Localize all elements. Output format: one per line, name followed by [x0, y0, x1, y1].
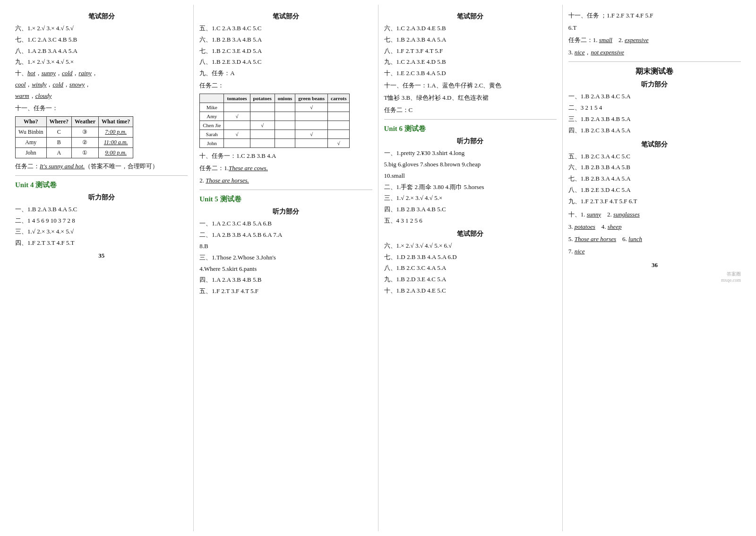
- col3-task11-label: 十一、任务一：1.A、蓝色牛仔裤 2.C、黄色: [384, 80, 557, 91]
- col3-l6: 四、1.B 2.B 3.A 4.B 5.C: [384, 205, 557, 215]
- col3-w1: 六、1.× 2.√ 3.√ 4.√ 5.× 6.√: [384, 241, 557, 251]
- col4-t10-a7: nice: [575, 248, 585, 255]
- col4-t10-a6: lunch: [628, 235, 642, 242]
- col1-row2-c3: ②: [71, 137, 98, 147]
- col2-mission2-label: 2.: [199, 177, 204, 184]
- table-row: Chen Jie √: [200, 121, 350, 130]
- col4-answer3: nice: [575, 49, 585, 56]
- col2-veg-table: tomatoes potatoes onions green beans car…: [199, 94, 350, 148]
- col4-l1: 一、1.B 2.A 3.B 4.C 5.A: [568, 92, 741, 102]
- col2-divider: [199, 190, 372, 190]
- veg-r5c4: [295, 139, 328, 148]
- col2-task2-label: 任务二：: [199, 80, 372, 91]
- col1-row2-time: 11:00 a.m.: [104, 139, 128, 146]
- col3-w5: 十、1.B 2.A 3.D 4.E 5.C: [384, 286, 557, 296]
- veg-r4c3: [275, 130, 295, 139]
- col4-t10-a5: Those are horses: [575, 235, 616, 242]
- table-row: Amy B ② 11:00 a.m.: [16, 137, 133, 147]
- veg-r4c5: [328, 130, 350, 139]
- col1-row1-c4: 7:00 p.m.: [98, 127, 133, 137]
- col4-answer2: expensive: [625, 36, 649, 43]
- col1-l4: 四、1.F 2.T 3.T 4.F 5.T: [15, 238, 188, 248]
- veg-r1c0: Mike: [200, 103, 224, 112]
- col2-listen-section: 听力部分: [199, 207, 372, 216]
- veg-r3c1: [224, 121, 250, 130]
- col1-row3-c1: John: [16, 147, 47, 158]
- col4-task11-line2: 6.T: [568, 23, 741, 33]
- veg-h1: tomatoes: [224, 94, 250, 103]
- col2-l1: 一、1.A 2.C 3.C 4.B 5.A 6.B: [199, 219, 372, 229]
- col4-w2: 六、1.B 2.B 3.B 4.A 5.B: [568, 163, 741, 173]
- veg-r1c5: [328, 103, 350, 112]
- col1-ans7: warm，cloudy: [15, 91, 188, 101]
- col1-schedule-table: Who? Where? Weather What time? Wu Binbin…: [15, 116, 133, 158]
- col3-a5: 十、1.E 2.C 3.B 4.A 5.D: [384, 69, 557, 78]
- table-row: John √: [200, 139, 350, 148]
- col3-unit6-title: Unit 6 测试卷: [384, 124, 557, 133]
- veg-r4c2: [250, 130, 275, 139]
- veg-h5: carrots: [328, 94, 350, 103]
- veg-r2c5: [328, 112, 350, 121]
- veg-r3c4: [295, 121, 328, 130]
- col2-l3: 8.B: [199, 242, 372, 251]
- veg-r3c0: Chen Jie: [200, 121, 224, 130]
- col1-row1-c3: ③: [71, 127, 98, 137]
- col3-task11-task2: 任务二：C: [384, 105, 557, 115]
- col4-answer4: not expensive: [591, 49, 624, 56]
- col3-listen-section: 听力部分: [384, 137, 557, 146]
- veg-r5c1: [224, 139, 250, 148]
- col4-l4: 四、1.B 2.C 3.B 4.A 5.A: [568, 126, 741, 136]
- col3-a2: 七、1.B 2.A 3.B 4.A 5.A: [384, 35, 557, 45]
- col4-task10-line3: 5. Those are horses 6. lunch: [568, 234, 741, 244]
- col2-l6: 四、1.A 2.A 3.B 4.B 5.B: [199, 275, 372, 285]
- col2-section-title: 笔试部分: [199, 12, 372, 21]
- col4-l3: 三、1.B 2.A 3.B 4.B 5.A: [568, 114, 741, 124]
- col1-ans2: 七、1.C 2.A 3.C 4.B 5.B: [15, 35, 188, 45]
- veg-r5c0: John: [200, 139, 224, 148]
- col4-w3: 七、1.B 2.B 3.A 4.A 5.A: [568, 174, 741, 184]
- veg-r4c4: √: [295, 130, 328, 139]
- col1-row2-c2: B: [46, 137, 71, 147]
- col3-a4: 九、1.C 2.A 3.E 4.D 5.B: [384, 57, 557, 67]
- veg-h3: onions: [275, 94, 295, 103]
- col1-l3: 三、1.√ 2.× 3.× 4.× 5.√: [15, 227, 188, 237]
- right-page-num: 36: [568, 261, 741, 269]
- col1-task2-label: 任务二：It's sunny and hot.（答案不唯一，合理即可）: [15, 161, 188, 172]
- col1-table-h1: Who?: [16, 116, 47, 127]
- col4-l2: 二、3 2 1 5 4: [568, 103, 741, 113]
- veg-r2c0: Amy: [200, 112, 224, 121]
- col3-l4: 二、1.手套 2.雨伞 3.80 4.雨巾 5.horses: [384, 182, 557, 192]
- col2-a4: 八、1.B 2.E 3.D 4.A 5.C: [199, 57, 372, 67]
- col1-table-h3: Weather: [71, 116, 98, 127]
- col1-task2-answer: It's sunny and hot.: [40, 163, 85, 170]
- veg-r3c2: √: [250, 121, 275, 130]
- col1-unit4-title: Unit 4 测试卷: [15, 181, 188, 190]
- table-row: Sarah √ √: [200, 130, 350, 139]
- col3-l7: 五、4 3 1 2 5 6: [384, 216, 557, 226]
- col1-ans3: 八、1.A 2.B 3.A 4.A 5.A: [15, 46, 188, 56]
- col2-unit5-title: Unit 5 测试卷: [199, 195, 372, 204]
- table-row: Amy √: [200, 112, 350, 121]
- col1-table-h2: Where?: [46, 116, 71, 127]
- col1-row3-c4: 9:00 p.m.: [98, 147, 133, 158]
- col1-row3-c2: A: [46, 147, 71, 158]
- col3-l5: 三、1.√ 2.× 3.√ 4.√ 5.×: [384, 193, 557, 203]
- table-row: Mike √: [200, 103, 350, 112]
- col3-w4: 九、1.B 2.D 3.E 4.C 5.A: [384, 275, 557, 285]
- col4-divider: [568, 61, 741, 62]
- col3-task11-line2: T恤衫 3.B、绿色衬衫 4.D、红色连衣裙: [384, 93, 557, 103]
- col2-l5: 4.Where 5.skirt 6.pants: [199, 264, 372, 274]
- col2-l7: 五、1.F 2.T 3.F 4.T 5.F: [199, 286, 372, 296]
- veg-r4c0: Sarah: [200, 130, 224, 139]
- veg-r5c5: √: [328, 139, 350, 148]
- table-row: Wu Binbin C ③ 7:00 p.m.: [16, 127, 133, 137]
- col4-t10-a3: potatoes: [575, 223, 595, 230]
- col4-w5: 九、1.F 2.T 3.F 4.T 5.F 6.T: [568, 197, 741, 207]
- col2-a5: 九、任务：A: [199, 69, 372, 78]
- col4-t10-a4: sheep: [608, 223, 622, 230]
- veg-r5c2: [250, 139, 275, 148]
- col1-table-h4: What time?: [98, 116, 133, 127]
- col1-row2-c1: Amy: [16, 137, 47, 147]
- col4-w4: 八、1.B 2.E 3.D 4.C 5.A: [568, 185, 741, 195]
- col1-ans4: 九、1.× 2.√ 3.× 4.√ 5.×: [15, 57, 188, 67]
